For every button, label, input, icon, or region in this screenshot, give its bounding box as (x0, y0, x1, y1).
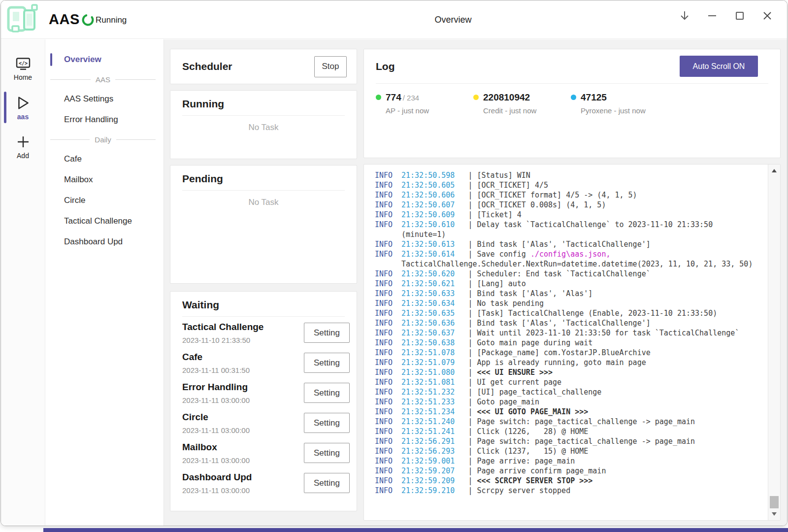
scrollbar-thumb[interactable] (770, 496, 779, 508)
log-level: INFO (375, 348, 401, 358)
log-line: INFO21:32:50.609 | [Ticket] 4 (375, 210, 756, 220)
task-setting-button[interactable]: Setting (304, 443, 350, 463)
plus-icon (16, 134, 31, 149)
log-time: 21:32:50.638 (401, 338, 455, 347)
sidebar-item-mailbox[interactable]: Mailbox (45, 169, 164, 190)
log-level: INFO (375, 367, 401, 377)
log-line: INFO21:32:50.633 | Bind task ['Alas', 'A… (375, 289, 756, 299)
stat-dot (571, 95, 576, 100)
task-setting-button[interactable]: Setting (304, 383, 350, 403)
running-spinner-icon (81, 13, 95, 27)
running-status: Running (81, 13, 127, 27)
log-level: INFO (375, 456, 401, 466)
rail-item-label: Add (17, 152, 29, 160)
scheduler-title: Scheduler (182, 61, 232, 72)
log-line: INFO21:32:51.241 | Click (1226, 28) @ HO… (375, 427, 756, 436)
auto-scroll-button[interactable]: Auto Scroll ON (680, 56, 758, 77)
log-line: INFO21:32:50.606 | [OCR_TICKET format] 4… (375, 190, 756, 200)
task-setting-button[interactable]: Setting (304, 413, 350, 433)
maximize-button[interactable] (731, 7, 749, 25)
play-icon (16, 96, 30, 110)
log-level: INFO (375, 180, 401, 190)
task-name: Tactical Challenge (182, 322, 304, 332)
log-message: Save config (477, 250, 530, 259)
task-setting-button[interactable]: Setting (304, 473, 350, 493)
sidebar-item-overview[interactable]: Overview (45, 49, 164, 70)
rail-item-home[interactable]: </> Home (1, 50, 45, 88)
log-time: 21:32:51.081 (401, 378, 455, 387)
running-title: Running (182, 98, 224, 109)
log-separator: | (455, 181, 477, 190)
log-line: INFO21:32:50.638 | Goto main page during… (375, 338, 756, 348)
log-output-panel: INFO21:32:50.598 | [Status] WININFO21:32… (363, 164, 781, 521)
stat-dot (376, 95, 381, 100)
log-time: 21:32:51.234 (401, 407, 455, 416)
window-controls (676, 7, 776, 25)
log-scrollbar[interactable] (768, 165, 780, 520)
rail-item-aas[interactable]: aas (1, 89, 45, 127)
log-message: Wait until 2023-11-10 21:33:50 for task … (477, 329, 740, 337)
log-separator: | (455, 220, 477, 229)
log-separator: | (455, 250, 477, 259)
sidebar: OverviewAASAAS SettingsError HandlingDai… (45, 39, 164, 526)
log-level: INFO (375, 239, 401, 249)
minimize-button[interactable] (703, 7, 721, 25)
task-setting-button[interactable]: Setting (304, 353, 350, 373)
rail-item-label: Home (14, 73, 32, 81)
sidebar-item-error-handling[interactable]: Error Handling (45, 109, 164, 130)
log-level: INFO (375, 328, 401, 338)
sidebar-item-label: Dashboard Upd (64, 237, 123, 247)
stop-button[interactable]: Stop (314, 56, 347, 77)
log-level: INFO (375, 289, 401, 299)
stat-label: AP - just now (386, 106, 429, 115)
log-level: INFO (375, 299, 401, 308)
log-separator: | (455, 279, 477, 288)
log-level: INFO (375, 190, 401, 200)
log-level: INFO (375, 170, 401, 180)
log-separator: | (455, 338, 477, 347)
download-arrow-button[interactable] (676, 7, 693, 25)
task-info: Mailbox2023-11-11 03:00:00 (182, 442, 304, 465)
waiting-task-row: Mailbox2023-11-11 03:00:00Setting (170, 438, 357, 468)
log-line: INFO21:32:50.634 | No task pending (375, 299, 756, 308)
log-time: 21:32:51.232 (401, 388, 455, 397)
sidebar-item-tactical-challenge[interactable]: Tactical Challenge (45, 211, 164, 232)
log-line: INFO21:32:50.635 | [Task] TacticalChalle… (375, 308, 756, 318)
sidebar-item-label: Overview (64, 55, 101, 65)
rail-item-add[interactable]: Add (1, 128, 45, 166)
sidebar-nav: OverviewAASAAS SettingsError HandlingDai… (45, 49, 164, 252)
log-line: INFO21:32:51.240 | Page switch: page_tac… (375, 417, 756, 427)
app-logo-icon (6, 4, 40, 37)
minimize-icon (708, 15, 716, 16)
log-separator: | (455, 210, 477, 219)
log-message: [Ticket] 4 (477, 210, 522, 219)
log-separator: | (455, 457, 477, 466)
log-line: INFO21:32:59.001 | Page arrive: page_mai… (375, 456, 756, 466)
log-stat: 47125Pyroxene - just now (571, 92, 668, 115)
log-title: Log (376, 61, 394, 72)
sidebar-item-dashboard-upd[interactable]: Dashboard Upd (45, 232, 164, 252)
log-separator: | (455, 319, 477, 328)
log-separator: | (455, 437, 477, 446)
scrollbar-down-arrow-icon[interactable] (772, 512, 777, 516)
log-separator: | (455, 447, 477, 456)
waiting-task-row: Error Handling2023-11-11 03:00:00Setting (170, 378, 357, 408)
log-time: 21:32:50.636 (401, 319, 455, 328)
log-separator: | (455, 240, 477, 249)
sidebar-item-aas-settings[interactable]: AAS Settings (45, 89, 164, 109)
scrollbar-up-arrow-icon[interactable] (772, 169, 777, 172)
log-line: INFO21:32:56.291 | Page switch: page_tac… (375, 436, 756, 446)
log-separator: | (455, 427, 477, 436)
log-level: INFO (375, 318, 401, 328)
task-info: Dashboard Upd2023-11-11 03:00:00 (182, 472, 304, 495)
log-separator: | (455, 191, 477, 200)
sidebar-item-circle[interactable]: Circle (45, 190, 164, 211)
stat-texts: 220810942Credit - just now (483, 92, 536, 115)
close-button[interactable] (758, 7, 776, 25)
log-time: 21:32:50.607 (401, 200, 455, 209)
sidebar-item-cafe[interactable]: Cafe (45, 149, 164, 169)
log-time: 21:32:51.241 (401, 427, 455, 436)
log-level: INFO (375, 436, 401, 446)
main-area: Scheduler Stop Running No Task Pending N… (164, 39, 787, 526)
task-setting-button[interactable]: Setting (304, 323, 350, 343)
